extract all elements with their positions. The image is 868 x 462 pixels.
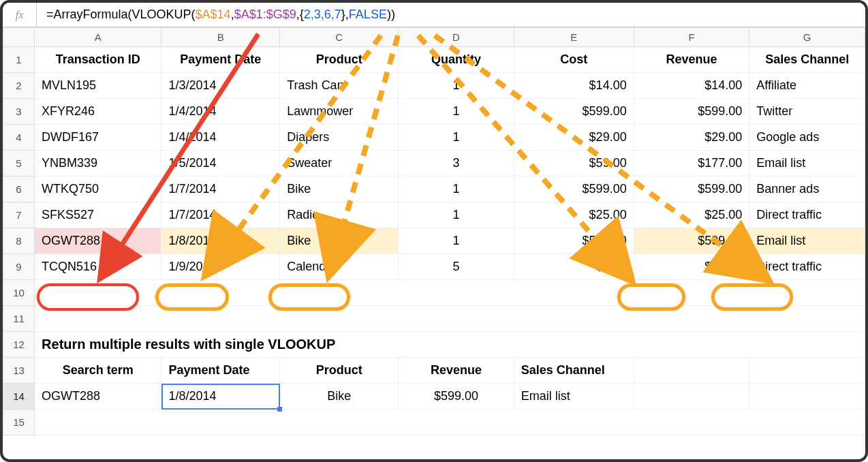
- cell[interactable]: 1/7/2014: [161, 202, 280, 228]
- row-6[interactable]: 6: [3, 176, 35, 202]
- cell[interactable]: 3: [399, 151, 514, 176]
- cell[interactable]: Bike: [280, 176, 399, 202]
- cell[interactable]: 1: [399, 99, 514, 125]
- col-F[interactable]: F: [634, 28, 749, 47]
- result-search-term[interactable]: OGWT288: [35, 384, 161, 410]
- row-10[interactable]: 10: [3, 280, 35, 306]
- result-header-product[interactable]: Product: [280, 358, 399, 384]
- header-revenue[interactable]: Revenue: [634, 47, 749, 73]
- cell[interactable]: 1/4/2014: [161, 125, 280, 151]
- cell[interactable]: Lawnmower: [280, 99, 399, 125]
- cell[interactable]: SFKS527: [35, 202, 161, 228]
- cell[interactable]: $15.00: [634, 254, 749, 280]
- cell-lookup-key[interactable]: OGWT288: [35, 228, 161, 254]
- cell[interactable]: 1/8/2014: [161, 228, 280, 254]
- row-2[interactable]: 2: [3, 73, 35, 99]
- cell[interactable]: Radio: [280, 202, 399, 228]
- formula-input[interactable]: =ArrayFormula(VLOOKUP($A$14,$A$1:$G$9,{2…: [37, 7, 865, 22]
- cell[interactable]: $14.00: [514, 73, 634, 99]
- cell[interactable]: $14.00: [634, 73, 749, 99]
- spreadsheet-grid[interactable]: A B C D E F G 1 Transaction ID Payment D…: [3, 27, 865, 435]
- cell[interactable]: Email list: [749, 151, 865, 176]
- cell[interactable]: WTKQ750: [35, 176, 161, 202]
- cell[interactable]: $599.00: [514, 99, 634, 125]
- header-payment-date[interactable]: Payment Date: [161, 47, 280, 73]
- section-title[interactable]: Return multiple results with single VLOO…: [35, 332, 865, 358]
- cell[interactable]: $25.00: [634, 202, 749, 228]
- cell[interactable]: MVLN195: [35, 73, 161, 99]
- result-product[interactable]: Bike: [280, 384, 399, 410]
- cell[interactable]: XFYR246: [35, 99, 161, 125]
- row-3[interactable]: 3: [3, 99, 35, 125]
- cell[interactable]: Calender: [280, 254, 399, 280]
- result-revenue[interactable]: $599.00: [399, 384, 514, 410]
- select-all-corner[interactable]: [3, 28, 35, 47]
- row-8[interactable]: 8: [3, 228, 35, 254]
- row-11[interactable]: 11: [3, 306, 35, 332]
- cell[interactable]: YNBM339: [35, 151, 161, 176]
- col-D[interactable]: D: [399, 28, 514, 47]
- cell[interactable]: $59.00: [514, 151, 634, 176]
- row-4[interactable]: 4: [3, 125, 35, 151]
- col-E[interactable]: E: [514, 28, 634, 47]
- col-C[interactable]: C: [280, 28, 399, 47]
- cell[interactable]: Direct traffic: [749, 254, 865, 280]
- header-cost[interactable]: Cost: [514, 47, 634, 73]
- cell[interactable]: DWDF167: [35, 125, 161, 151]
- result-channel[interactable]: Email list: [514, 384, 634, 410]
- row-14[interactable]: 14: [3, 384, 35, 410]
- cell[interactable]: 1: [399, 176, 514, 202]
- result-header-search[interactable]: Search term: [35, 358, 161, 384]
- row-7[interactable]: 7: [3, 202, 35, 228]
- cell[interactable]: 1: [399, 125, 514, 151]
- row-9[interactable]: 9: [3, 254, 35, 280]
- row-13[interactable]: 13: [3, 358, 35, 384]
- cell[interactable]: Twitter: [749, 99, 865, 125]
- cell[interactable]: 1/3/2014: [161, 73, 280, 99]
- cell[interactable]: Email list: [749, 228, 865, 254]
- cell[interactable]: Affiliate: [749, 73, 865, 99]
- cell[interactable]: $177.00: [634, 151, 749, 176]
- cell[interactable]: Google ads: [749, 125, 865, 151]
- cell[interactable]: 1: [399, 228, 514, 254]
- cell[interactable]: $599.00: [634, 176, 749, 202]
- cell[interactable]: TCQN516: [35, 254, 161, 280]
- cell[interactable]: 1/5/2014: [161, 151, 280, 176]
- header-transaction-id[interactable]: Transaction ID: [35, 47, 161, 73]
- header-sales-channel[interactable]: Sales Channel: [749, 47, 865, 73]
- cell[interactable]: Sweater: [280, 151, 399, 176]
- cell[interactable]: Bike: [280, 228, 399, 254]
- cell[interactable]: $25.00: [514, 202, 634, 228]
- active-cell[interactable]: 1/8/2014: [161, 384, 280, 410]
- col-B[interactable]: B: [161, 28, 280, 47]
- result-header-payment[interactable]: Payment Date: [161, 358, 280, 384]
- result-header-channel[interactable]: Sales Channel: [514, 358, 634, 384]
- cell[interactable]: $599.00: [514, 228, 634, 254]
- col-G[interactable]: G: [749, 28, 865, 47]
- cell[interactable]: 1/7/2014: [161, 176, 280, 202]
- header-product[interactable]: Product: [280, 47, 399, 73]
- cell[interactable]: 1: [399, 202, 514, 228]
- row-1[interactable]: 1: [3, 47, 35, 73]
- cell[interactable]: $599.00: [634, 99, 749, 125]
- col-A[interactable]: A: [35, 28, 161, 47]
- cell[interactable]: $3.00: [514, 254, 634, 280]
- fill-handle[interactable]: [277, 407, 282, 412]
- row-12[interactable]: 12: [3, 332, 35, 358]
- cell[interactable]: $599.00: [634, 228, 749, 254]
- cell[interactable]: Direct traffic: [749, 202, 865, 228]
- header-quantity[interactable]: Quantity: [399, 47, 514, 73]
- cell[interactable]: Diapers: [280, 125, 399, 151]
- cell[interactable]: 1/9/2014: [161, 254, 280, 280]
- cell[interactable]: $599.00: [514, 176, 634, 202]
- cell[interactable]: 1: [399, 73, 514, 99]
- cell[interactable]: Banner ads: [749, 176, 865, 202]
- cell[interactable]: Trash Can: [280, 73, 399, 99]
- cell[interactable]: 1/4/2014: [161, 99, 280, 125]
- result-header-revenue[interactable]: Revenue: [399, 358, 514, 384]
- cell[interactable]: $29.00: [514, 125, 634, 151]
- cell[interactable]: $29.00: [634, 125, 749, 151]
- row-5[interactable]: 5: [3, 151, 35, 176]
- row-15[interactable]: 15: [3, 410, 35, 435]
- cell[interactable]: 5: [399, 254, 514, 280]
